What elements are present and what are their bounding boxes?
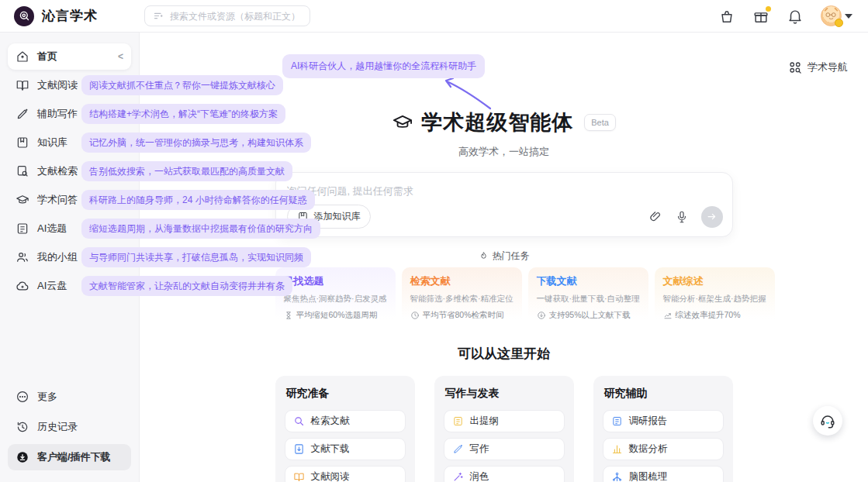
sidebar-item-label: AI选题 (37, 222, 67, 236)
sidebar-item-history[interactable]: 历史记录 (8, 414, 131, 440)
gift-icon[interactable] (752, 8, 769, 25)
add-knowledge-base-button[interactable]: 添加知识库 (287, 205, 371, 229)
sidebar-item-my-groups[interactable]: 我的小组 与导师同门共读共享，打破信息孤岛，实现知识同频 (8, 244, 131, 270)
global-search[interactable] (144, 5, 310, 26)
document-search-icon (16, 164, 29, 178)
graduation-cap-icon (392, 112, 413, 133)
sidebar-item-label: 知识库 (37, 136, 67, 150)
pencil-icon (452, 443, 464, 455)
sidebar-item-home[interactable]: 首页 < (8, 43, 131, 70)
task-card-literature-review[interactable]: 文献综述 智能分析·框架生成·趋势把握 综述效率提升70% (655, 267, 775, 328)
search-icon (293, 415, 305, 427)
grid-search-icon (788, 60, 802, 74)
page-subtitle: 高效学术，一站搞定 (275, 145, 733, 159)
document-download-icon (293, 443, 305, 455)
academic-navigation-link[interactable]: 学术导航 (788, 60, 848, 74)
sidebar-item-literature-reading[interactable]: 文献阅读 阅读文献抓不住重点？帮你一键提炼文献核心 (8, 72, 131, 98)
promo-arrow-decoration (434, 73, 504, 119)
start-item-outline[interactable]: 出提纲 (444, 410, 565, 432)
sidebar-item-academic-qa[interactable]: 学术问答 科研路上的随身导师，24 小时待命解答你的任何疑惑 (8, 187, 131, 213)
filter-icon (153, 10, 164, 22)
brand: 沁言学术 (0, 6, 140, 26)
chat-input[interactable] (287, 185, 721, 197)
start-column-research-assist: 研究辅助 调研报告 数据分析 脑图梳理 研究设计 (593, 376, 733, 482)
document-list-icon (452, 415, 464, 427)
sidebar-item-label: 更多 (37, 390, 57, 404)
sidebar-item-label: 首页 (37, 50, 57, 64)
notifications-bell-icon[interactable] (787, 8, 804, 25)
avatar[interactable] (821, 5, 842, 26)
chat-composer[interactable]: 添加知识库 (275, 172, 733, 237)
start-columns: 研究准备 检索文献 文献下载 文献阅读 选题 写作与发表 出提纲 写作 润色 (275, 376, 733, 482)
history-clock-icon (16, 420, 29, 434)
start-item-search-literature[interactable]: 检索文献 (285, 410, 406, 432)
sidebar-item-label: 辅助写作 (37, 107, 78, 121)
workspace-bag-icon[interactable] (718, 8, 735, 25)
flame-icon (479, 251, 489, 261)
hot-tasks-heading: 热门任务 (275, 250, 733, 263)
sidebar-item-ai-topic[interactable]: AI选题 缩短选题周期，从海量数据中挖掘最有价值的研究方向 (8, 215, 131, 242)
report-document-icon (611, 415, 623, 427)
customer-support-button[interactable] (813, 406, 842, 436)
notebook-icon (16, 136, 29, 150)
top-bar: 沁言学术 (0, 0, 868, 33)
clock-icon (410, 311, 420, 320)
graduation-cap-icon (16, 193, 29, 207)
start-item-writing[interactable]: 写作 (444, 438, 565, 460)
task-card-download-literature[interactable]: 下载文献 一键获取·批量下载·自动整理 支持95%以上文献下载 (528, 267, 648, 328)
task-card-search-literature[interactable]: 检索文献 智能筛选·多维检索·精准定位 平均节省80%检索时间 (402, 267, 522, 328)
notebook-icon (297, 211, 309, 222)
home-icon (16, 50, 29, 64)
search-input[interactable] (170, 11, 302, 22)
start-item-research-report[interactable]: 调研报告 (603, 410, 724, 432)
headset-icon (819, 412, 836, 429)
arrow-right-icon (706, 211, 718, 222)
pen-icon (16, 107, 29, 121)
start-column-writing-publishing: 写作与发表 出提纲 写作 润色 翻译 (434, 376, 574, 482)
sidebar-item-label: 学术问答 (37, 193, 78, 207)
user-menu[interactable] (821, 5, 852, 26)
download-circle-icon (537, 311, 546, 320)
sidebar-item-literature-search[interactable]: 文献检索 告别低效搜索，一站式获取最匹配的高质量文献 (8, 158, 131, 184)
sidebar-item-label: AI云盘 (37, 279, 67, 293)
start-item-data-analysis[interactable]: 数据分析 (603, 438, 724, 460)
more-circle-icon (16, 390, 29, 404)
hot-task-cards: 寻找选题 聚焦热点·洞察趋势·启发灵感 平均缩短60%选题周期 检索文献 智能筛… (275, 267, 733, 328)
attachment-paperclip-icon[interactable] (648, 210, 662, 224)
book-open-icon (16, 78, 29, 92)
sidebar-item-client-download[interactable]: 客户端/插件下载 (8, 444, 131, 470)
brand-name: 沁言学术 (42, 7, 98, 25)
promo-badge: AI科研合伙人，越用越懂你的全流程科研助手 (282, 54, 485, 78)
sidebar-item-label: 历史记录 (37, 420, 78, 434)
collapse-sidebar-button[interactable]: < (118, 51, 123, 62)
start-item-mindmap[interactable]: 脑图梳理 (603, 466, 724, 482)
chevron-down-icon (845, 14, 852, 19)
sidebar-item-label: 文献阅读 (37, 78, 78, 92)
main-content: AI科研合伙人，越用越懂你的全流程科研助手 学术导航 学术超级智能体 Beta … (140, 33, 868, 482)
app-logo-icon (14, 6, 34, 26)
start-column-research-prep: 研究准备 检索文献 文献下载 文献阅读 选题 (275, 376, 415, 482)
start-item-literature-download[interactable]: 文献下载 (285, 438, 406, 460)
task-card-find-topic[interactable]: 寻找选题 聚焦热点·洞察趋势·启发灵感 平均缩短60%选题周期 (275, 267, 396, 328)
document-list-icon (16, 222, 29, 236)
users-icon (16, 250, 29, 264)
sidebar-item-more[interactable]: 更多 (8, 384, 131, 410)
app-window: 沁言学术 首页 < 文献阅读 (0, 0, 868, 482)
download-circle-filled-icon (16, 450, 29, 464)
start-item-literature-reading[interactable]: 文献阅读 (285, 466, 406, 482)
sidebar: 首页 < 文献阅读 阅读文献抓不住重点？帮你一键提炼文献核心 辅助写作 结构搭建… (0, 33, 140, 482)
hourglass-icon (284, 311, 293, 320)
mindmap-icon (611, 471, 623, 482)
send-button[interactable] (701, 206, 723, 228)
start-item-polishing[interactable]: 润色 (444, 466, 565, 482)
sidebar-item-label: 我的小组 (37, 250, 78, 264)
sidebar-item-ai-cloud-drive[interactable]: AI云盘 文献智能管家，让杂乱的文献自动变得井井有条 (8, 273, 131, 299)
gift-notification-dot (766, 6, 771, 12)
microphone-icon[interactable] (675, 210, 689, 224)
avatar-coin-badge (835, 19, 843, 27)
sidebar-item-writing-assist[interactable]: 辅助写作 结构搭建+学术润色，解决“下笔难”的终极方案 (8, 101, 131, 127)
book-open-icon (293, 471, 305, 482)
cloud-icon (16, 279, 29, 293)
beta-badge: Beta (584, 114, 616, 131)
sidebar-item-knowledge-base[interactable]: 知识库 记忆外脑，统一管理你的摘录与思考，构建知识体系 (8, 129, 131, 156)
